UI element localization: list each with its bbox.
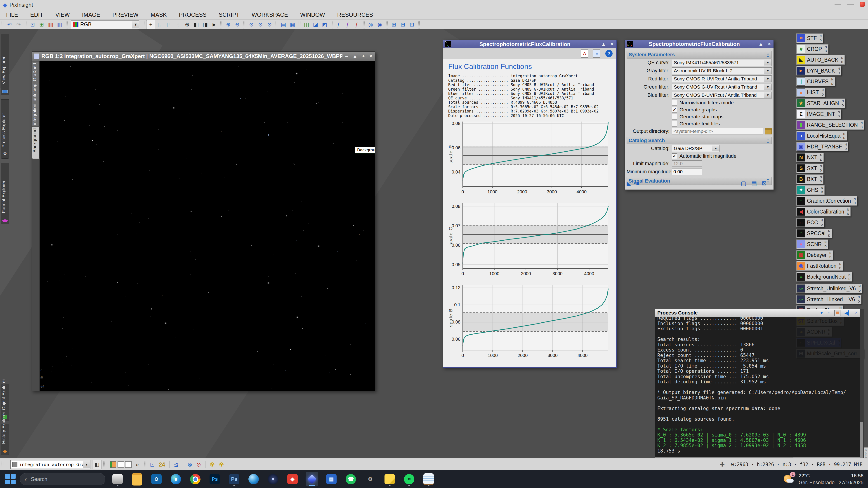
grip-handle[interactable] <box>363 21 365 29</box>
shade-icon[interactable]: ▲ <box>352 54 358 59</box>
process-icon-HIST[interactable]: ▲HISTND <box>796 88 825 97</box>
process-icon-GHS[interactable]: ✦GHSND <box>796 185 825 195</box>
process-icon-AUTO_BACK[interactable]: ◣AUTO_BACKND <box>796 55 845 65</box>
radiation-icon[interactable]: ☢ <box>210 461 215 468</box>
new-instance-icon[interactable]: ◣ <box>627 180 631 187</box>
image-tab-integration[interactable]: integration_autocrop_GraXpert <box>32 61 39 127</box>
notification-icon[interactable] <box>860 2 865 7</box>
scroll-left-icon[interactable]: ◀ <box>850 458 852 458</box>
filter-dropdown[interactable]: Sony IMX411/455/461/533/571▼ <box>672 59 772 66</box>
text-view-icon[interactable]: ≡ <box>593 50 600 58</box>
minimize-icon[interactable]: – <box>345 54 348 59</box>
console-dock-icon[interactable] <box>834 310 840 316</box>
clock[interactable]: 16:56 27/10/2025 <box>839 473 864 486</box>
sidebar-tab-process-explorer[interactable]: Process Explorer⚙ <box>1 99 9 159</box>
shade-icon[interactable]: ▲ <box>758 41 763 46</box>
section-catalog-search[interactable]: Catalog Search▲▲ <box>627 137 772 144</box>
grip-handle[interactable] <box>103 461 105 468</box>
menu-process[interactable]: PROCESS <box>173 10 213 20</box>
taskbar-lightroom[interactable] <box>111 472 124 486</box>
process-icon-BackgroundNeut[interactable]: ≡BackgroundNeutND <box>796 272 852 282</box>
canvas-tool-icon[interactable]: # <box>40 376 44 381</box>
image-window-titlebar[interactable]: RGB 1:2 integration_autocrop_GraXpert | … <box>32 52 375 61</box>
toolbar-extract-channels[interactable]: ▥ <box>46 20 55 29</box>
console-close-icon[interactable]: × <box>855 311 858 315</box>
process-icon-FastRotation[interactable]: ◉FastRotationND <box>796 261 843 271</box>
sidebar-tab-format-explorer[interactable]: Format Explorer <box>1 163 9 224</box>
chevron-down-icon[interactable]: ▼ <box>764 60 772 66</box>
process-icon-Stretch_Llinked__V6[interactable]: ∞Stretch_Llinked__V6ND <box>796 295 862 304</box>
taskbar-calculator[interactable]: ▦ <box>325 472 338 486</box>
toolbar-stf-reset[interactable]: ƒ <box>352 20 361 29</box>
toolbar-stf-edit[interactable]: ƒ <box>343 20 352 29</box>
process-icon-PCC[interactable]: ∩PCCND <box>796 218 825 227</box>
checkbox-unchecked[interactable] <box>672 114 677 120</box>
menu-image[interactable]: IMAGE <box>76 10 106 20</box>
filter-dropdown[interactable]: Astronomik UV-IR Block L-2▼ <box>672 67 772 74</box>
toolbar-split-right[interactable]: ◨ <box>201 20 210 29</box>
vscrollbar-thumb[interactable] <box>860 422 863 458</box>
rgb-channel-selector[interactable]: RGB▼ <box>71 20 139 29</box>
grip-handle[interactable] <box>144 461 147 468</box>
process-icon-SCNR[interactable]: ●SCNRND <box>796 239 828 249</box>
taskbar-notepad[interactable] <box>422 472 435 486</box>
toolbar-duplicate-image[interactable]: ⊞ <box>37 20 46 29</box>
swatch[interactable] <box>125 461 131 468</box>
sidebar-tab-history-explorer[interactable]: History Explorer <box>1 424 9 455</box>
apply-global-icon[interactable]: ■ <box>636 180 640 187</box>
process-icon-Debayer[interactable]: ▦DebayerND <box>796 250 833 260</box>
flux-window-titlebar[interactable]: SpectrophotometricFluxCalibration ▲ × <box>443 40 616 48</box>
checkbox-unchecked[interactable] <box>672 121 677 127</box>
process-icon-HDR_TRANSF[interactable]: ▣HDR_TRANSFND <box>796 142 848 151</box>
grip-handle[interactable] <box>275 21 278 29</box>
view-selector[interactable]: integration_autocrop_GraXpert ▼ <box>10 460 90 469</box>
menu-edit[interactable]: EDIT <box>24 10 49 20</box>
grip-handle[interactable] <box>243 21 246 29</box>
menu-preview[interactable]: PREVIEW <box>106 10 145 20</box>
screen-transfer-icon[interactable]: ⊡ <box>150 461 155 468</box>
taskbar-file-explorer[interactable] <box>131 472 143 486</box>
spfc-titlebar[interactable]: SpectrophotometricFluxCalibration ▲ × <box>625 40 774 48</box>
taskbar-sticky-notes[interactable] <box>383 472 396 486</box>
reset-screen-icon[interactable]: ⊴ <box>174 461 179 468</box>
chevron-down-icon[interactable]: ▼ <box>764 92 772 98</box>
toolbar-undo[interactable]: ↶ <box>5 20 14 29</box>
limit-magnitude-input[interactable] <box>672 160 702 167</box>
active-swatch[interactable] <box>110 461 116 468</box>
output-directory-input[interactable] <box>672 128 763 134</box>
console-collapse-icon[interactable]: ◀▍ <box>844 311 851 316</box>
toolbar-zoom-fit-view[interactable]: ⊙ <box>256 20 265 29</box>
canvas-corner-icons[interactable]: ‹#◎ <box>40 368 44 389</box>
preview-label[interactable]: Background <box>355 147 375 153</box>
chevron-down-icon[interactable]: ▼ <box>83 461 90 468</box>
taskbar-photoshop-light[interactable]: Ps <box>228 472 241 486</box>
weather-info[interactable]: 22°C Ger. Ensolarado <box>799 473 835 486</box>
help-icon[interactable]: ? <box>605 50 613 57</box>
process-icon-BXT[interactable]: BBXTND <box>796 174 824 184</box>
chevron-down-icon[interactable]: ▼ <box>712 145 719 151</box>
toolbar-zoom-out[interactable]: ⊖ <box>233 20 242 29</box>
toolbar-center-view[interactable]: ⊕ <box>183 20 191 29</box>
process-icon-CROP[interactable]: #CROPND <box>796 44 829 54</box>
chevron-down-icon[interactable]: ▼ <box>764 76 772 82</box>
toolbar-stf-auto[interactable]: ƒ <box>334 20 343 29</box>
grip-handle[interactable] <box>1 461 4 468</box>
toolbar-grid-toggle[interactable]: ⊞ <box>390 20 398 29</box>
grip-handle[interactable] <box>331 21 333 29</box>
chevron-down-icon[interactable]: ▼ <box>764 68 772 74</box>
folder-icon[interactable] <box>765 128 772 134</box>
process-icon-IMAGE_INT[interactable]: ΣIMAGE_INTND <box>796 109 841 119</box>
taskbar-settings[interactable]: ⚙ <box>364 472 377 486</box>
image-canvas[interactable]: Background ‹#◎ <box>39 61 375 391</box>
close-icon[interactable]: × <box>611 42 614 47</box>
process-icon-DYN_BACK[interactable]: ►DYN_BACKND <box>796 66 841 75</box>
menu-script[interactable]: SCRIPT <box>213 10 246 20</box>
menu-mask[interactable]: MASK <box>145 10 173 20</box>
toolbar-zoom-in[interactable]: ⊕ <box>224 20 232 29</box>
view-mode-button[interactable]: ◧ <box>92 460 102 469</box>
swatch[interactable] <box>118 461 124 468</box>
process-icon-LocalHistEqua[interactable]: ◑LocalHistEquaND <box>796 131 847 140</box>
taskbar-outlook[interactable]: O <box>150 472 163 486</box>
checkbox-checked[interactable]: ✓ <box>672 153 677 159</box>
toolbar-mask-invert[interactable]: ◩ <box>320 20 329 29</box>
